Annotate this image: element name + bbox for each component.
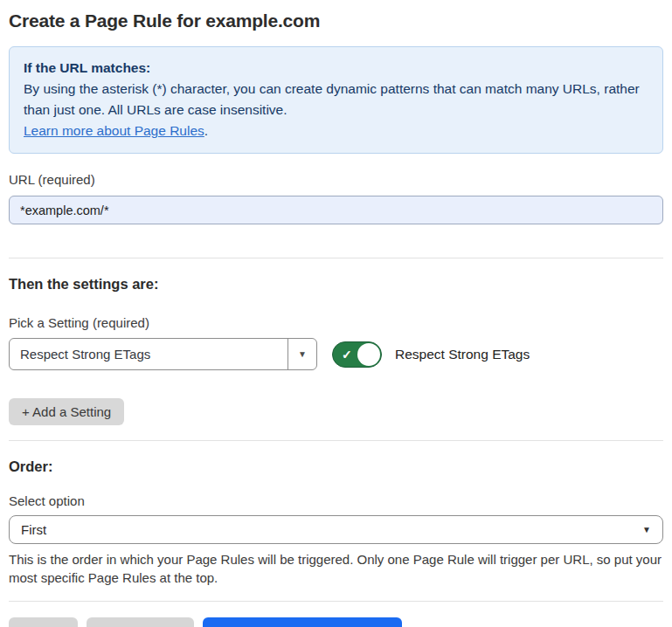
url-input[interactable] <box>9 196 663 224</box>
footer-divider <box>9 601 663 602</box>
check-icon: ✓ <box>342 348 352 360</box>
footer-actions: Cancel Save as Draft Save and Deploy Pag… <box>9 617 663 627</box>
setting-select[interactable]: Respect Strong ETags ▼ <box>9 338 317 370</box>
setting-select-value: Respect Strong ETags <box>10 339 288 369</box>
order-select-label: Select option <box>9 493 663 508</box>
order-select[interactable]: First ▼ <box>9 515 663 544</box>
order-help-text: This is the order in which your Page Rul… <box>9 550 663 587</box>
section-divider <box>9 258 663 258</box>
etag-toggle[interactable]: ✓ <box>332 341 382 368</box>
url-match-info-box: If the URL matches: By using the asteris… <box>9 46 663 154</box>
settings-heading: Then the settings are: <box>9 276 663 293</box>
toggle-label: Respect Strong ETags <box>395 347 530 362</box>
toggle-knob <box>357 343 380 366</box>
save-deploy-button[interactable]: Save and Deploy Page Rule <box>203 617 402 627</box>
order-select-value: First <box>21 522 46 537</box>
info-box-link-line: Learn more about Page Rules. <box>24 121 648 141</box>
page-rule-form: Create a Page Rule for example.com If th… <box>0 0 672 627</box>
setting-row: Respect Strong ETags ▼ ✓ Respect Strong … <box>9 338 663 370</box>
section-divider <box>9 440 663 441</box>
chevron-down-icon: ▼ <box>642 525 651 534</box>
info-box-body: By using the asterisk (*) character, you… <box>24 79 648 121</box>
learn-more-link[interactable]: Learn more about Page Rules <box>24 123 204 138</box>
page-title: Create a Page Rule for example.com <box>9 10 663 31</box>
chevron-down-icon: ▼ <box>288 339 316 369</box>
order-heading: Order: <box>9 458 663 475</box>
pick-setting-label: Pick a Setting (required) <box>9 315 663 330</box>
save-draft-button[interactable]: Save as Draft <box>87 617 194 627</box>
info-box-heading: If the URL matches: <box>24 58 648 79</box>
cancel-button[interactable]: Cancel <box>9 617 78 627</box>
url-label: URL (required) <box>9 172 663 187</box>
add-setting-button[interactable]: + Add a Setting <box>9 398 124 425</box>
link-period: . <box>204 123 208 138</box>
